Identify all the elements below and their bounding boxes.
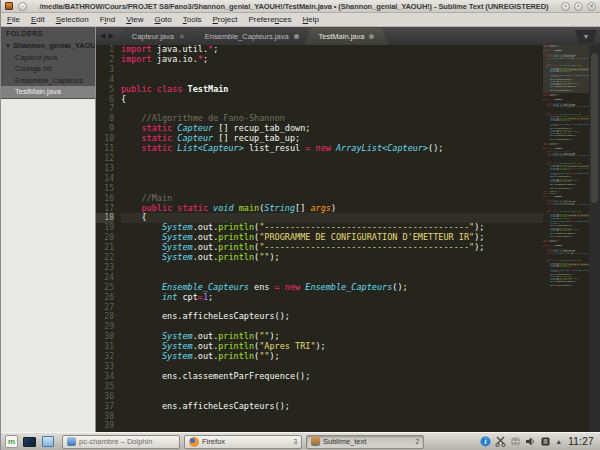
- code-line: public static void main(String[] args): [121, 204, 543, 214]
- code-line: [121, 412, 543, 422]
- vertical-scrollbar[interactable]: [589, 45, 600, 432]
- tab-scroll-left-icon[interactable]: ◀: [100, 32, 105, 40]
- sidebar-file-testmain-java[interactable]: TestMain.java: [1, 86, 95, 98]
- tab-overflow-button[interactable]: ▼: [575, 30, 597, 43]
- code-line: int cpt=1;: [121, 293, 543, 303]
- menu-tools[interactable]: Tools: [183, 15, 202, 24]
- code-line: [121, 65, 543, 75]
- code-line: ens.afficheLesCapteurs();: [121, 402, 543, 412]
- firefox-icon: [189, 437, 199, 447]
- desktop-number-badge: 3: [293, 438, 297, 445]
- window-menu-button[interactable]: ◦: [18, 2, 27, 11]
- tray-expander-icon[interactable]: ▲: [555, 438, 562, 445]
- tabbar: ◀ ▶ Capteur.java✕Ensemble_Capteurs.javaT…: [96, 27, 600, 45]
- network-tray-icon[interactable]: [510, 436, 521, 447]
- tab-scroll-arrows: ◀ ▶: [98, 32, 118, 40]
- sidebar-file-capteur-java[interactable]: Capteur.java: [1, 52, 95, 64]
- code-line: import java.io.*;: [121, 55, 543, 65]
- sidebar-empty-area: [1, 99, 95, 433]
- tree-folder-root[interactable]: ▼ Shannon_genial_YAOU: [1, 40, 95, 52]
- menu-find[interactable]: Find: [100, 15, 116, 24]
- klipper-scissors-icon[interactable]: [495, 436, 506, 447]
- sublime-icon: [311, 437, 320, 446]
- dirty-dot-icon: [369, 34, 374, 39]
- sidebar-file-ensemble-capteurs[interactable]: Ensemble_Capteurs: [1, 75, 95, 87]
- folder-expand-icon: ▼: [5, 43, 11, 49]
- code-line: ens.classementParFrequence();: [121, 372, 543, 382]
- clock[interactable]: 11:27: [568, 436, 594, 447]
- file-manager-icon: [42, 436, 54, 447]
- menubar: FileEditSelectionFindViewGotoToolsProjec…: [1, 13, 600, 27]
- menu-edit[interactable]: Edit: [31, 15, 45, 24]
- menu-help[interactable]: Help: [303, 15, 319, 24]
- code-line: System.out.println("");: [121, 253, 543, 263]
- tab-ensemble-capteurs-java[interactable]: Ensemble_Capteurs.java: [191, 28, 313, 45]
- menu-project[interactable]: Project: [212, 15, 237, 24]
- taskbar-task-dolphin[interactable]: pc-chambre – Dolphin: [62, 435, 180, 449]
- code-area[interactable]: import java.util.*;import java.io.*; pub…: [118, 45, 543, 432]
- taskbar: m pc-chambre – DolphinFirefox3Sublime_te…: [1, 432, 600, 450]
- tab-capteur-java[interactable]: Capteur.java✕: [118, 28, 199, 45]
- mint-menu-icon: m: [5, 435, 18, 448]
- sidebar-file-codage-txt[interactable]: Codage.txt: [1, 63, 95, 75]
- maximize-button[interactable]: ˄: [574, 2, 583, 11]
- code-line: static List<Capteur> list_resul = new Ar…: [121, 144, 543, 154]
- menu-selection[interactable]: Selection: [56, 15, 89, 24]
- tab-testmain-java[interactable]: TestMain.java: [305, 28, 389, 45]
- show-desktop-icon: [23, 437, 36, 447]
- menu-goto[interactable]: Goto: [154, 15, 171, 24]
- code-line: {: [121, 95, 543, 105]
- menu-launcher[interactable]: m: [4, 434, 19, 449]
- device-notifier-icon[interactable]: [540, 436, 551, 447]
- code-line: [121, 382, 543, 392]
- code-line: [121, 421, 543, 431]
- code-line: [121, 164, 543, 174]
- minimap-viewport[interactable]: [543, 45, 589, 93]
- code-line: [121, 174, 543, 184]
- dirty-dot-icon: [294, 34, 299, 39]
- code-line: [121, 154, 543, 164]
- line-number-gutter: 1234567891011121314151617181920212223242…: [96, 45, 118, 432]
- folders-header: FOLDERS: [1, 27, 95, 40]
- menu-preferences[interactable]: Preferences: [248, 15, 291, 24]
- tab-close-icon[interactable]: ✕: [179, 33, 185, 41]
- show-desktop-button[interactable]: [22, 434, 37, 449]
- code-line: System.out.println("");: [121, 352, 543, 362]
- taskbar-task-sublime[interactable]: Sublime_text2: [306, 435, 424, 449]
- file-manager-launcher[interactable]: [40, 434, 55, 449]
- tab-scroll-right-icon[interactable]: ▶: [108, 32, 113, 40]
- code-line: ens.afficheLesCapteurs();: [121, 312, 543, 322]
- code-line: [121, 263, 543, 273]
- window-title: /media/BATHROW/Cours/PROJET S8/Fano3/Sha…: [27, 2, 561, 11]
- dolphin-icon: [67, 437, 76, 446]
- code-line: [121, 184, 543, 194]
- system-tray: i ▲ 11:27: [480, 436, 597, 447]
- taskbar-task-firefox[interactable]: Firefox3: [184, 435, 302, 449]
- window-titlebar[interactable]: ◦ /media/BATHROW/Cours/PROJET S8/Fano3/S…: [1, 0, 600, 13]
- desktop-number-badge: 2: [415, 438, 419, 445]
- sidebar: FOLDERS ▼ Shannon_genial_YAOU Capteur.ja…: [1, 27, 96, 432]
- window-buttons: ˅˄✕: [561, 2, 596, 11]
- scrollbar-thumb[interactable]: [591, 53, 598, 203]
- volume-tray-icon[interactable]: [525, 436, 536, 447]
- close-button[interactable]: ✕: [587, 2, 596, 11]
- desktop: ◦ /media/BATHROW/Cours/PROJET S8/Fano3/S…: [0, 0, 600, 450]
- menu-file[interactable]: File: [7, 15, 20, 24]
- info-tray-icon[interactable]: i: [480, 436, 491, 447]
- code-line: public class TestMain: [121, 85, 543, 95]
- minimize-button[interactable]: ˅: [561, 2, 570, 11]
- minimap[interactable]: import java.util.*;import java.io.*; pub…: [543, 45, 589, 432]
- file-tree: ▼ Shannon_genial_YAOU Capteur.javaCodage…: [1, 40, 95, 99]
- editor: 1234567891011121314151617181920212223242…: [96, 45, 600, 432]
- sublime-app-icon: [5, 2, 13, 10]
- menu-view[interactable]: View: [126, 15, 143, 24]
